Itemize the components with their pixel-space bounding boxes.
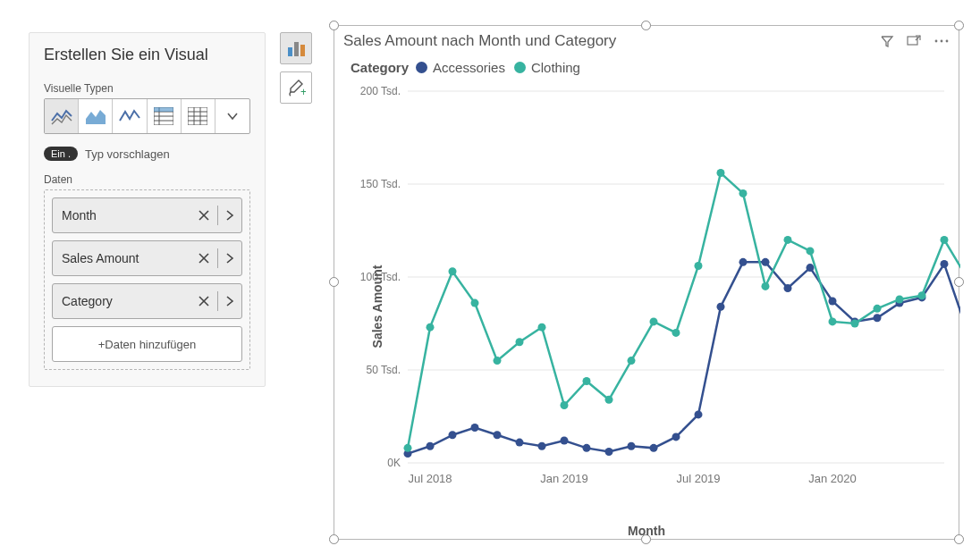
svg-point-81 [695, 262, 703, 270]
svg-point-87 [829, 317, 837, 325]
legend-item-clothing[interactable]: Clothing [531, 60, 580, 75]
svg-point-86 [807, 247, 815, 255]
svg-rect-19 [288, 47, 292, 56]
legend-item-accessories[interactable]: Accessories [433, 60, 505, 75]
svg-point-71 [471, 299, 479, 307]
svg-point-90 [896, 295, 904, 303]
svg-point-83 [739, 189, 748, 197]
visual-type-matrix[interactable] [148, 99, 182, 133]
chevron-right-icon[interactable] [225, 295, 234, 307]
line2-chart-icon [118, 106, 141, 126]
visual-type-area[interactable] [79, 99, 113, 133]
svg-rect-23 [908, 37, 917, 45]
visual-type-table[interactable] [182, 99, 215, 133]
svg-point-57 [739, 258, 748, 266]
visual-header: Sales Amount nach Month und Category [334, 26, 959, 56]
area-chart-icon [84, 106, 107, 126]
chevron-right-icon[interactable] [225, 209, 234, 222]
legend-dot-accessories [416, 62, 427, 73]
y-axis-label: Sales Amount [370, 265, 384, 349]
x-axis-label: Month [628, 524, 665, 538]
svg-point-70 [449, 267, 457, 275]
svg-point-80 [672, 329, 680, 337]
visual-type-line2[interactable] [113, 99, 147, 133]
svg-point-25 [935, 40, 938, 43]
chart-visual[interactable]: Sales Amount nach Month und Category Cat… [334, 25, 959, 540]
svg-point-50 [583, 444, 591, 452]
svg-text:150 Tsd.: 150 Tsd. [360, 178, 401, 190]
field-month[interactable]: Month [52, 197, 242, 233]
resize-handle[interactable] [329, 534, 339, 544]
chart-svg: 0K50 Tsd.100 Tsd.150 Tsd.200 Tsd.Jul 201… [334, 79, 960, 508]
svg-point-26 [941, 40, 943, 43]
svg-point-84 [762, 282, 770, 290]
svg-point-85 [784, 236, 792, 244]
svg-text:Jul 2019: Jul 2019 [676, 472, 720, 485]
build-visual-tab[interactable] [280, 32, 312, 64]
svg-point-60 [807, 264, 815, 272]
svg-text:Jan 2020: Jan 2020 [808, 472, 857, 485]
resize-handle[interactable] [954, 21, 964, 30]
resize-handle[interactable] [954, 534, 964, 544]
svg-point-69 [427, 323, 435, 332]
suggest-toggle[interactable]: Ein . [44, 147, 78, 161]
svg-rect-6 [154, 107, 173, 112]
remove-field-icon[interactable] [198, 295, 210, 307]
field-label: Month [62, 208, 198, 223]
svg-rect-20 [294, 42, 299, 56]
chevron-down-icon [226, 112, 239, 121]
svg-point-75 [561, 401, 569, 409]
focus-mode-icon[interactable] [907, 34, 921, 48]
visual-type-more[interactable] [215, 99, 249, 133]
paintbrush-icon: + [286, 78, 306, 97]
format-visual-tab[interactable]: + [280, 71, 312, 104]
line-chart-icon [50, 106, 73, 126]
svg-point-59 [784, 284, 792, 292]
field-category[interactable]: Category [52, 283, 242, 319]
svg-text:Jul 2018: Jul 2018 [408, 472, 452, 485]
svg-point-46 [494, 431, 502, 439]
separator [217, 291, 218, 311]
svg-point-49 [561, 437, 569, 445]
visual-types-row [44, 98, 250, 134]
add-data-button[interactable]: +Daten hinzufügen [52, 326, 242, 362]
field-label: Sales Amount [62, 251, 198, 265]
filter-icon[interactable] [880, 34, 894, 48]
field-label: Category [62, 294, 198, 308]
svg-point-43 [427, 442, 435, 450]
chevron-right-icon[interactable] [225, 252, 234, 265]
chart-plot-area: Sales Amount 0K50 Tsd.100 Tsd.150 Tsd.20… [334, 79, 959, 534]
svg-text:200 Tsd.: 200 Tsd. [360, 85, 401, 97]
svg-point-53 [650, 444, 658, 452]
svg-point-76 [583, 377, 591, 385]
svg-point-47 [516, 439, 524, 447]
remove-field-icon[interactable] [198, 252, 210, 265]
svg-marker-0 [86, 110, 106, 124]
suggest-row: Ein . Typ vorschlagen [44, 147, 250, 161]
svg-point-68 [404, 444, 412, 452]
svg-point-73 [516, 338, 524, 346]
bar-chart-icon [286, 38, 306, 58]
svg-point-89 [874, 305, 882, 313]
svg-text:50 Tsd.: 50 Tsd. [367, 364, 401, 376]
build-visual-pane: Erstellen Sie ein Visual Visuelle Typen … [29, 32, 266, 387]
resize-handle[interactable] [641, 21, 651, 30]
resize-handle[interactable] [329, 21, 339, 30]
svg-point-48 [538, 442, 546, 450]
more-options-icon[interactable] [934, 34, 950, 48]
field-sales-amount[interactable]: Sales Amount [52, 240, 242, 276]
svg-point-27 [946, 40, 949, 43]
remove-field-icon[interactable] [198, 209, 210, 222]
svg-text:0K: 0K [387, 457, 401, 469]
svg-point-77 [605, 396, 613, 404]
visual-types-label: Visuelle Typen [44, 82, 250, 95]
svg-point-56 [717, 303, 725, 311]
svg-point-58 [762, 258, 770, 266]
svg-point-61 [829, 298, 837, 306]
legend-dot-clothing [514, 62, 526, 73]
svg-point-51 [605, 448, 613, 456]
suggest-label: Typ vorschlagen [85, 147, 170, 161]
visual-type-line[interactable] [45, 99, 79, 133]
legend-label: Category [351, 60, 409, 75]
svg-point-74 [538, 323, 546, 332]
